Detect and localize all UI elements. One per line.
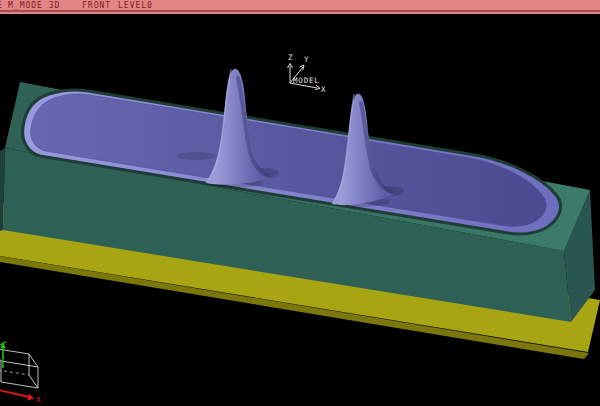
view-name-label: FRONT [82,1,111,10]
triad-y-label: Y [304,55,309,64]
triad-z-label: Z [288,53,293,62]
status-bar-groove [0,10,600,12]
trihedron-x-label: x [36,395,41,404]
triad-x-label: X [321,85,326,94]
triad-origin-label: MODEL [293,76,320,85]
surface-blend-shadow-left [176,152,216,160]
graphics-viewport[interactable]: Z Y X MODEL [0,0,600,406]
clipped-status-char: E [0,1,3,10]
mode-label: M_MODE 3D [8,1,60,10]
level-label: LEVEL0 [118,1,153,10]
cad-application-window: E M_MODE 3D FRONT LEVEL0 [0,0,600,406]
mode-status-bar: E M_MODE 3D FRONT LEVEL0 [0,0,600,14]
